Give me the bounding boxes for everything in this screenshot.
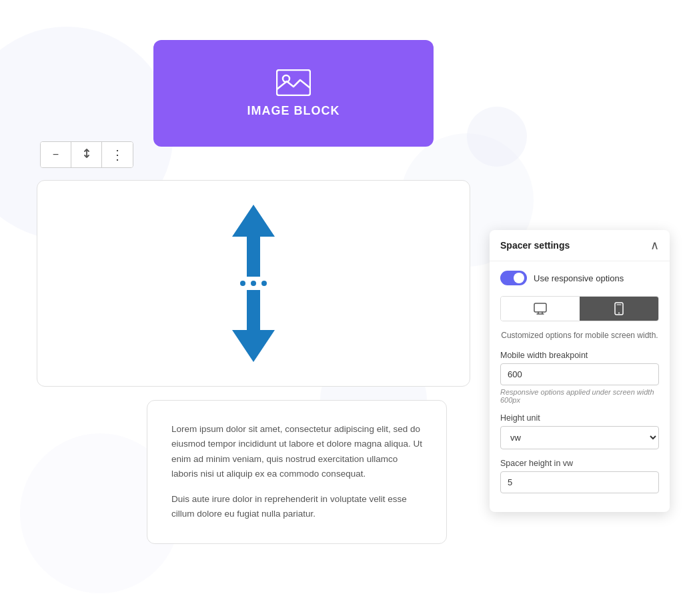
breakpoint-label: Mobile width breakpoint [500, 351, 659, 360]
desktop-tab[interactable] [501, 297, 580, 321]
collapse-button[interactable]: ∧ [650, 239, 659, 251]
settings-body: Use responsive options [490, 261, 670, 512]
toolbar-sort-button[interactable] [71, 142, 102, 167]
toolbar-minus-button[interactable]: − [41, 142, 71, 167]
svg-rect-2 [534, 303, 546, 312]
arrow-shaft-up [247, 237, 260, 277]
desktop-icon [534, 303, 547, 315]
dot-3 [261, 281, 267, 286]
sort-icon [81, 148, 92, 161]
settings-panel: Spacer settings ∧ Use responsive options [490, 230, 670, 512]
breakpoint-field-group: Mobile width breakpoint Responsive optio… [500, 351, 659, 404]
spacer-height-label: Spacer height in vw [500, 459, 659, 468]
more-icon: ⋮ [111, 148, 124, 161]
dot-1 [240, 281, 245, 286]
toolbar-more-button[interactable]: ⋮ [102, 142, 133, 167]
breakpoint-input[interactable] [500, 363, 659, 385]
text-card: Lorem ipsum dolor sit amet, consectetur … [147, 400, 447, 544]
main-content: IMAGE BLOCK − ⋮ [0, 0, 683, 616]
settings-header: Spacer settings ∧ [490, 230, 670, 261]
toggle-slider [500, 271, 527, 285]
arrows-container [232, 205, 275, 362]
arrow-down [232, 330, 275, 362]
mobile-tab[interactable] [580, 297, 658, 321]
svg-rect-0 [277, 70, 310, 95]
spacer-card [37, 180, 470, 387]
settings-title: Spacer settings [500, 240, 570, 251]
svg-point-4 [618, 313, 620, 314]
spacer-height-field-group: Spacer height in vw [500, 459, 659, 493]
height-unit-field-group: Height unit px em rem vw vh % [500, 413, 659, 449]
text-paragraph-1: Lorem ipsum dolor sit amet, consectetur … [171, 422, 422, 481]
spacer-height-input[interactable] [500, 471, 659, 493]
mobile-icon [614, 302, 624, 315]
toolbar: − ⋮ [40, 141, 133, 168]
dot-2 [251, 281, 256, 286]
image-icon [276, 69, 311, 96]
responsive-toggle[interactable] [500, 271, 527, 285]
arrow-shaft-down [247, 290, 260, 330]
toggle-row: Use responsive options [500, 271, 659, 285]
customized-text: Customized options for mobile screen wid… [500, 329, 659, 341]
image-block-label: IMAGE BLOCK [247, 104, 340, 118]
arrow-dots [240, 281, 267, 286]
device-tabs [500, 296, 659, 321]
breakpoint-hint: Responsive options applied under screen … [500, 388, 659, 404]
text-paragraph-2: Duis aute irure dolor in reprehenderit i… [171, 492, 422, 522]
arrow-up [232, 205, 275, 237]
height-unit-select[interactable]: px em rem vw vh % [500, 426, 659, 449]
image-block: IMAGE BLOCK [153, 40, 434, 147]
height-unit-label: Height unit [500, 413, 659, 423]
toggle-label: Use responsive options [534, 273, 624, 283]
minus-icon: − [53, 149, 59, 161]
